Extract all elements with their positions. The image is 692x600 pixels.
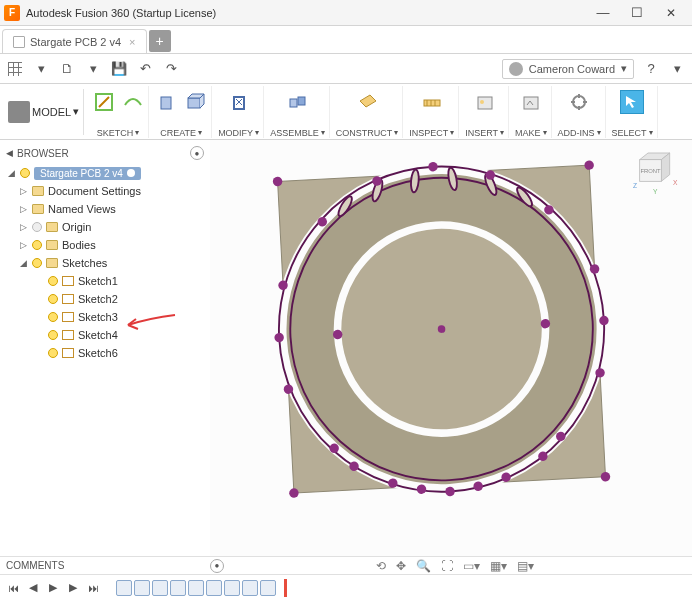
- file-tab[interactable]: Stargate PCB 2 v4 ×: [2, 29, 147, 53]
- tree-document-settings[interactable]: ▷Document Settings: [0, 182, 210, 200]
- group-label[interactable]: MAKE: [515, 128, 541, 138]
- visibility-bulb-icon[interactable]: [48, 348, 58, 358]
- display-style-icon[interactable]: ▭▾: [463, 559, 480, 573]
- visibility-bulb-icon[interactable]: [48, 312, 58, 322]
- addins-icon[interactable]: [567, 90, 591, 114]
- plane-icon[interactable]: [355, 90, 379, 114]
- expand-icon[interactable]: ▷: [18, 240, 28, 250]
- sketch-create-icon[interactable]: [92, 90, 116, 114]
- group-label[interactable]: SKETCH: [97, 128, 134, 138]
- model-canvas[interactable]: FRONT Z Y X: [210, 140, 692, 556]
- maximize-button[interactable]: ☐: [620, 2, 654, 24]
- group-label[interactable]: CREATE: [160, 128, 196, 138]
- qat-dropdown-2[interactable]: ▾: [84, 60, 102, 78]
- new-file-icon[interactable]: 🗋: [58, 60, 76, 78]
- pan-icon[interactable]: ✥: [396, 559, 406, 573]
- expand-icon[interactable]: ◢: [18, 258, 28, 268]
- tree-sketch2[interactable]: Sketch2: [0, 290, 210, 308]
- make-icon[interactable]: [519, 90, 543, 114]
- tree-bodies[interactable]: ▷Bodies: [0, 236, 210, 254]
- timeline-item[interactable]: [116, 580, 132, 596]
- qat-dropdown-1[interactable]: ▾: [32, 60, 50, 78]
- zoom-icon[interactable]: 🔍: [416, 559, 431, 573]
- group-label[interactable]: INSERT: [465, 128, 498, 138]
- ribbon-group-sketch: SKETCH▾: [88, 86, 149, 138]
- tree-sketch1[interactable]: Sketch1: [0, 272, 210, 290]
- expand-icon[interactable]: ▷: [18, 204, 28, 214]
- timeline-play-icon[interactable]: ▶: [46, 581, 60, 595]
- root-label: Stargate PCB 2 v4: [40, 168, 123, 179]
- timeline-start-icon[interactable]: ⏮: [6, 581, 20, 595]
- tree-named-views[interactable]: ▷Named Views: [0, 200, 210, 218]
- insert-icon[interactable]: [473, 90, 497, 114]
- pin-icon[interactable]: ●: [190, 146, 204, 160]
- timeline-item[interactable]: [206, 580, 222, 596]
- tree-sketch6[interactable]: Sketch6: [0, 344, 210, 362]
- visibility-bulb-icon[interactable]: [48, 276, 58, 286]
- apps-grid-icon[interactable]: [6, 60, 24, 78]
- new-tab-button[interactable]: +: [149, 30, 171, 52]
- timeline-forward-icon[interactable]: ▶: [66, 581, 80, 595]
- measure-icon[interactable]: [420, 90, 444, 114]
- undo-icon[interactable]: ↶: [136, 60, 154, 78]
- comments-label[interactable]: COMMENTS: [6, 560, 64, 571]
- viewport-icon[interactable]: ▤▾: [517, 559, 534, 573]
- timeline-end-icon[interactable]: ⏭: [86, 581, 100, 595]
- visibility-bulb-icon[interactable]: [32, 222, 42, 232]
- user-account-button[interactable]: Cameron Coward ▾: [502, 59, 634, 79]
- browser-title: BROWSER: [17, 148, 69, 159]
- tree-sketches[interactable]: ◢Sketches: [0, 254, 210, 272]
- minimize-button[interactable]: —: [586, 2, 620, 24]
- timeline-marker[interactable]: [284, 579, 287, 597]
- tree-sketch3[interactable]: Sketch3: [0, 308, 210, 326]
- visibility-bulb-icon[interactable]: [20, 168, 30, 178]
- axis-y-label: Y: [653, 188, 658, 195]
- svg-rect-2: [188, 98, 200, 108]
- sketch-line-icon[interactable]: [120, 90, 144, 114]
- comments-bar: COMMENTS ● ⟲ ✥ 🔍 ⛶ ▭▾ ▦▾ ▤▾: [0, 556, 692, 574]
- visibility-bulb-icon[interactable]: [48, 294, 58, 304]
- group-label[interactable]: SELECT: [612, 128, 647, 138]
- tree-root[interactable]: ◢ Stargate PCB 2 v4: [0, 164, 210, 182]
- group-label[interactable]: ASSEMBLE: [270, 128, 319, 138]
- box-icon[interactable]: [183, 90, 207, 114]
- collapse-icon[interactable]: ◀: [6, 148, 13, 158]
- timeline-item[interactable]: [170, 580, 186, 596]
- visibility-bulb-icon[interactable]: [32, 258, 42, 268]
- timeline-back-icon[interactable]: ◀: [26, 581, 40, 595]
- help-icon[interactable]: ?: [642, 60, 660, 78]
- node-label: Sketch4: [78, 329, 118, 341]
- fit-icon[interactable]: ⛶: [441, 559, 453, 573]
- visibility-bulb-icon[interactable]: [48, 330, 58, 340]
- select-icon[interactable]: [620, 90, 644, 114]
- visibility-bulb-icon[interactable]: [32, 240, 42, 250]
- viewcube[interactable]: FRONT Z Y X: [628, 148, 678, 198]
- group-label[interactable]: CONSTRUCT: [336, 128, 393, 138]
- tab-close-icon[interactable]: ×: [129, 36, 135, 48]
- timeline-item[interactable]: [188, 580, 204, 596]
- timeline-item[interactable]: [242, 580, 258, 596]
- press-pull-icon[interactable]: [227, 90, 251, 114]
- timeline-item[interactable]: [152, 580, 168, 596]
- pin-icon[interactable]: ●: [210, 559, 224, 573]
- expand-icon[interactable]: ▷: [18, 186, 28, 196]
- workspace-switcher[interactable]: MODEL ▾: [4, 89, 84, 135]
- orbit-icon[interactable]: ⟲: [376, 559, 386, 573]
- extrude-icon[interactable]: [155, 90, 179, 114]
- expand-icon[interactable]: ◢: [6, 168, 16, 178]
- group-label[interactable]: MODIFY: [218, 128, 253, 138]
- group-label[interactable]: INSPECT: [409, 128, 448, 138]
- group-label[interactable]: ADD-INS: [558, 128, 595, 138]
- redo-icon[interactable]: ↷: [162, 60, 180, 78]
- expand-icon[interactable]: ▷: [18, 222, 28, 232]
- close-button[interactable]: ✕: [654, 2, 688, 24]
- save-icon[interactable]: 💾: [110, 60, 128, 78]
- tree-origin[interactable]: ▷Origin: [0, 218, 210, 236]
- grid-settings-icon[interactable]: ▦▾: [490, 559, 507, 573]
- timeline-item[interactable]: [260, 580, 276, 596]
- qat-dropdown-3[interactable]: ▾: [668, 60, 686, 78]
- timeline-item[interactable]: [224, 580, 240, 596]
- tree-sketch4[interactable]: Sketch4: [0, 326, 210, 344]
- joint-icon[interactable]: [285, 90, 309, 114]
- timeline-item[interactable]: [134, 580, 150, 596]
